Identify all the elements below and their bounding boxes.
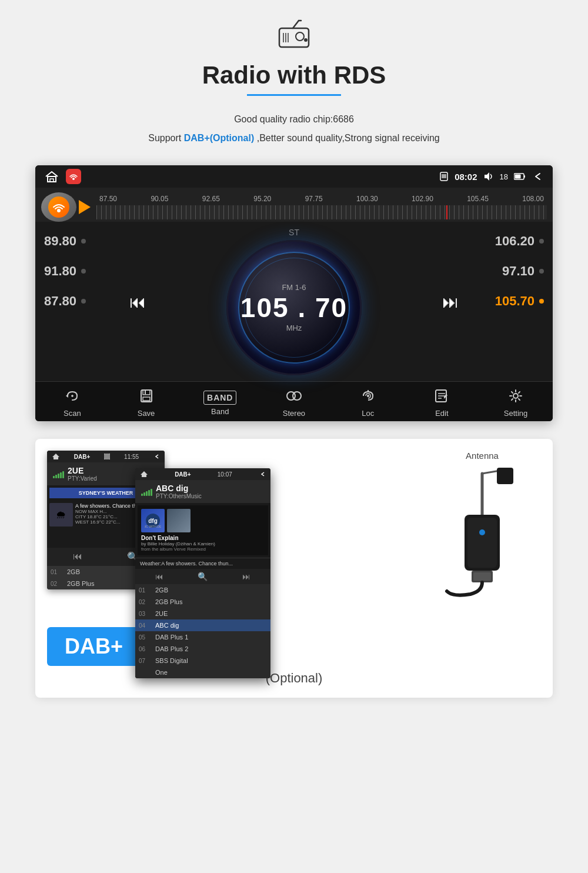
toolbar-band[interactable]: BAND Band xyxy=(196,391,243,416)
dab-button-section: DAB+ (Optional) xyxy=(47,627,541,686)
svg-marker-13 xyxy=(485,172,489,181)
antenna-section: Antenna xyxy=(423,451,541,597)
album-art: dfg MUSIC WITH DEPTH xyxy=(141,509,265,532)
preset-right-item-2[interactable]: 97.10 xyxy=(502,264,544,279)
svg-rect-16 xyxy=(524,175,525,178)
loc-icon xyxy=(361,389,375,406)
dab-nav-2: ⏮ 🔍 ⏭ xyxy=(135,569,270,584)
stereo-icon xyxy=(286,389,302,406)
toolbar-loc[interactable]: Loc xyxy=(345,389,392,418)
prev-button[interactable]: ⏮ xyxy=(129,292,146,311)
toolbar-edit[interactable]: Edit xyxy=(418,389,465,418)
home-icon xyxy=(45,171,59,182)
toolbar-save[interactable]: Save xyxy=(123,389,170,418)
channel-02[interactable]: 022GB Plus xyxy=(135,596,270,608)
svg-text:MUSIC WITH DEPTH: MUSIC WITH DEPTH xyxy=(145,525,161,528)
dab-label-2: DAB+ xyxy=(175,471,191,478)
tuner-dial[interactable]: FM 1-6 105 . 70 MHz xyxy=(226,240,362,375)
toolbar-setting[interactable]: Setting xyxy=(492,389,539,418)
dab-status-bar-2: DAB+ 10:07 xyxy=(135,468,270,480)
artist-info: by Billie Holiday (Dżihan & Kamien) xyxy=(141,541,265,547)
freq-indicator xyxy=(446,205,447,219)
channel-03[interactable]: 032UE xyxy=(135,608,270,619)
dab-screen-2: DAB+ 10:07 xyxy=(135,468,270,678)
next-button[interactable]: ⏭ xyxy=(442,292,459,311)
channel-06[interactable]: 06DAB Plus 2 xyxy=(135,643,270,655)
svg-rect-21 xyxy=(145,391,146,394)
preset-item-3[interactable]: 87.80 xyxy=(44,294,109,309)
svg-point-10 xyxy=(72,178,75,180)
channel-07[interactable]: 07SBS Digital xyxy=(135,655,270,667)
back-icon-dab2 xyxy=(259,471,266,477)
status-bar: 08:02 18 xyxy=(35,165,553,188)
dab-plus-button[interactable]: DAB+ xyxy=(47,627,141,666)
channel-05[interactable]: 05DAB Plus 1 xyxy=(135,631,270,643)
volume-icon xyxy=(483,172,494,181)
fm-label: FM 1-6 xyxy=(282,283,306,292)
stereo-label: Stereo xyxy=(283,409,305,418)
preset-right-item-1[interactable]: 106.20 xyxy=(495,234,544,249)
battery-value: 18 xyxy=(500,172,508,181)
setting-icon xyxy=(509,389,523,406)
svg-rect-42 xyxy=(467,518,497,568)
prev-btn-dab1[interactable]: ⏮ xyxy=(73,551,82,562)
app-icon xyxy=(66,169,81,184)
next-btn-dab2[interactable]: ⏭ xyxy=(242,572,250,581)
svg-rect-40 xyxy=(497,468,513,484)
dab-status-icons xyxy=(104,454,110,459)
svg-marker-34 xyxy=(141,471,148,477)
preset-dot-3 xyxy=(81,299,86,304)
desc-line2: Support DAB+(Optional) ,Better sound qua… xyxy=(148,129,439,148)
channel-04[interactable]: 04ABC dig xyxy=(135,619,270,631)
radio-logo-inner xyxy=(48,196,69,218)
preset-dot-r3 xyxy=(539,299,544,304)
dab-header-2: ABC dig PTY:OthersMusic xyxy=(135,480,270,503)
svg-point-24 xyxy=(367,395,369,397)
preset-dot-2 xyxy=(81,269,86,274)
header-section: Radio with RDS Good quality radio chip:6… xyxy=(0,0,588,165)
home-icon-dab xyxy=(52,453,60,460)
mhz-label: MHz xyxy=(286,324,302,332)
save-label: Save xyxy=(138,409,155,418)
weather-thumb: 🌧 xyxy=(49,503,73,527)
radio-center: ST ⏮ FM 1-6 105 . 70 MHz ⏭ xyxy=(118,228,470,375)
back-icon-dab1 xyxy=(153,454,160,459)
svg-point-6 xyxy=(296,32,304,41)
prev-btn-dab2[interactable]: ⏮ xyxy=(155,572,163,581)
band-label: Band xyxy=(211,407,229,416)
svg-point-17 xyxy=(57,209,61,212)
radio-screenshot: 08:02 18 xyxy=(35,165,553,421)
sim-icon xyxy=(439,172,449,181)
svg-rect-12 xyxy=(442,174,446,178)
time-dab-2: 10:07 xyxy=(218,471,232,478)
svg-point-30 xyxy=(513,394,518,398)
svg-point-7 xyxy=(304,38,308,42)
preset-right-item-3[interactable]: 105.70 xyxy=(495,294,544,309)
toolbar-scan[interactable]: Scan xyxy=(49,389,96,418)
search-btn-dab2[interactable]: 🔍 xyxy=(198,572,208,581)
channel-08[interactable]: One xyxy=(135,667,270,678)
signal-bars-1 xyxy=(53,470,64,478)
toolbar-stereo[interactable]: Stereo xyxy=(270,389,318,418)
svg-text:dfg: dfg xyxy=(148,518,158,524)
dab-section: DAB+ 11:55 xyxy=(35,439,553,698)
freq-scale: 87.50 90.05 92.65 95.20 97.75 100.30 102… xyxy=(96,195,547,219)
preset-freq-2: 91.80 xyxy=(44,264,76,279)
status-right: 08:02 18 xyxy=(439,172,543,182)
dab-screenshots-container: DAB+ 11:55 xyxy=(47,451,412,615)
weather-text-2: Weather:A few showers. Chance thun... xyxy=(135,558,270,569)
preset-item-1[interactable]: 89.80 xyxy=(44,234,109,249)
dab-status-bar-1: DAB+ 11:55 xyxy=(47,451,165,462)
back-icon[interactable] xyxy=(532,172,543,181)
dab-content: DAB+ 11:55 xyxy=(47,451,541,615)
pty-2: PTY:OthersMusic xyxy=(156,493,202,499)
desc-line1: Good quality radio chip:6686 xyxy=(148,110,439,129)
station-name-1: 2UE xyxy=(68,466,97,475)
preset-item-2[interactable]: 91.80 xyxy=(44,264,109,279)
freq-ruler-row: 87.50 90.05 92.65 95.20 97.75 100.30 102… xyxy=(35,192,553,222)
channel-01[interactable]: 012GB xyxy=(135,584,270,596)
svg-rect-19 xyxy=(143,390,150,395)
preset-right: 106.20 97.10 105.70 xyxy=(470,228,553,375)
description-block: Good quality radio chip:6686 Support DAB… xyxy=(148,110,439,148)
preset-freq-r1: 106.20 xyxy=(495,234,534,249)
